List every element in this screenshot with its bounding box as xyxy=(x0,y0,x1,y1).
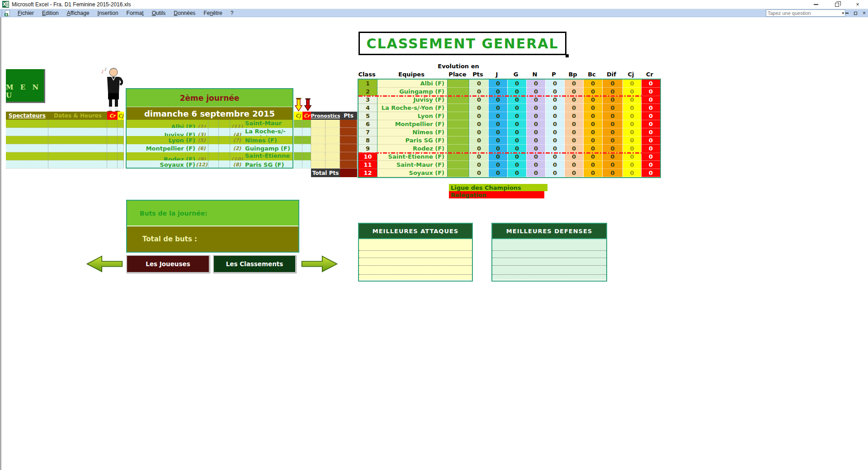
stat-cell-n[interactable]: 0 xyxy=(526,128,545,136)
empty-cell[interactable] xyxy=(107,144,118,152)
les-classements-button[interactable]: Les Classements xyxy=(213,255,296,273)
stat-cell-j[interactable]: 0 xyxy=(488,112,507,120)
stat-cell-cj[interactable]: 0 xyxy=(623,104,641,112)
team-cell[interactable]: Saint-Étienne (F) xyxy=(377,153,448,161)
away-team[interactable]: Paris SG (F) xyxy=(244,161,292,168)
stat-cell-bc[interactable]: 0 xyxy=(583,161,602,169)
stat-cell-pts[interactable]: 0 xyxy=(469,145,488,153)
stat-cell-bc[interactable]: 0 xyxy=(583,96,602,104)
evolution-cell[interactable] xyxy=(448,112,469,120)
header-cr-left[interactable]: Cr xyxy=(107,112,118,120)
score-cell-away[interactable] xyxy=(218,136,230,144)
stat-cell-bp[interactable]: 0 xyxy=(564,112,583,120)
home-team[interactable]: Montpellier (F) xyxy=(127,145,195,152)
score-cell-home[interactable] xyxy=(208,144,218,152)
empty-cell[interactable] xyxy=(107,152,118,160)
empty-cell[interactable] xyxy=(6,152,48,160)
stat-cell-dif[interactable]: 0 xyxy=(602,120,623,128)
stat-cell-cj[interactable]: 0 xyxy=(623,80,641,88)
stat-cell-cr[interactable]: 0 xyxy=(641,80,660,88)
rank-cell[interactable]: 8 xyxy=(359,136,377,145)
empty-cell[interactable] xyxy=(118,144,124,152)
stat-cell-p[interactable]: 0 xyxy=(545,169,564,177)
restore-button[interactable] xyxy=(826,0,847,9)
stat-cell-bc[interactable]: 0 xyxy=(583,120,602,128)
pronostic-cell[interactable] xyxy=(311,152,326,160)
stat-cell-cr[interactable]: 0 xyxy=(641,88,660,96)
empty-cell[interactable] xyxy=(107,120,118,128)
stat-cell-g[interactable]: 0 xyxy=(507,120,526,128)
stat-cell-bc[interactable]: 0 xyxy=(583,80,602,88)
pronostic-cell[interactable] xyxy=(311,120,326,128)
stat-cell-bc[interactable]: 0 xyxy=(583,153,602,161)
cr-cell[interactable] xyxy=(302,160,311,169)
rank-cell[interactable]: 9 xyxy=(359,145,377,153)
stat-cell-cr[interactable]: 0 xyxy=(641,120,660,128)
stat-cell-pts[interactable]: 0 xyxy=(469,128,488,136)
stat-cell-bp[interactable]: 0 xyxy=(564,136,583,145)
stat-cell-n[interactable]: 0 xyxy=(526,145,545,153)
rank-cell[interactable]: 7 xyxy=(359,128,377,136)
empty-cell[interactable] xyxy=(118,128,124,136)
stat-cell-cr[interactable]: 0 xyxy=(641,104,660,112)
header-pts[interactable]: Pts xyxy=(340,112,357,120)
stat-cell-j[interactable]: 0 xyxy=(488,120,507,128)
stat-cell-bp[interactable]: 0 xyxy=(564,104,583,112)
evolution-cell[interactable] xyxy=(448,128,469,136)
stat-cell-p[interactable]: 0 xyxy=(545,120,564,128)
team-cell[interactable]: Lyon (F) xyxy=(377,112,448,120)
stat-cell-p[interactable]: 0 xyxy=(545,161,564,169)
empty-cell[interactable] xyxy=(6,144,48,152)
team-cell[interactable]: Juvisy (F) xyxy=(377,96,448,104)
stat-cell-dif[interactable]: 0 xyxy=(602,169,623,177)
stat-cell-cj[interactable]: 0 xyxy=(623,153,641,161)
score-cell-away[interactable] xyxy=(218,160,230,169)
doc-close-button[interactable]: × xyxy=(861,10,867,16)
stat-cell-g[interactable]: 0 xyxy=(507,128,526,136)
cr-cell[interactable] xyxy=(302,120,311,128)
empty-cell[interactable] xyxy=(48,120,107,128)
stat-cell-n[interactable]: 0 xyxy=(526,120,545,128)
best-defenses-list[interactable] xyxy=(492,239,606,280)
stat-cell-n[interactable]: 0 xyxy=(526,136,545,145)
stat-cell-cr[interactable]: 0 xyxy=(641,136,660,145)
header-cj-right[interactable]: Cj xyxy=(294,112,302,120)
cj-cell[interactable] xyxy=(294,136,302,144)
stat-cell-p[interactable]: 0 xyxy=(545,145,564,153)
team-cell[interactable]: Montpellier (F) xyxy=(377,120,448,128)
stat-cell-n[interactable]: 0 xyxy=(526,169,545,177)
stat-cell-n[interactable]: 0 xyxy=(526,96,545,104)
stat-cell-n[interactable]: 0 xyxy=(526,112,545,120)
rank-cell[interactable]: 12 xyxy=(359,169,377,177)
empty-cell[interactable] xyxy=(48,152,107,160)
stat-cell-p[interactable]: 0 xyxy=(545,136,564,145)
stat-cell-pts[interactable]: 0 xyxy=(469,161,488,169)
home-team[interactable]: Lyon (F) xyxy=(127,137,195,144)
evolution-cell[interactable] xyxy=(448,104,469,112)
stat-cell-pts[interactable]: 0 xyxy=(469,136,488,145)
cj-cell[interactable] xyxy=(294,144,302,152)
pronostic-cell[interactable] xyxy=(311,136,326,144)
les-joueuses-button[interactable]: Les Joueuses xyxy=(126,255,210,273)
stat-cell-dif[interactable]: 0 xyxy=(602,112,623,120)
cr-cell[interactable] xyxy=(302,128,311,136)
empty-cell[interactable] xyxy=(118,152,124,160)
nav-arrow-right[interactable] xyxy=(301,255,338,273)
header-cj-left[interactable]: Cj xyxy=(118,112,124,120)
empty-cell[interactable] xyxy=(107,160,118,169)
menu-item-insertion[interactable]: Insertion xyxy=(94,9,123,17)
stat-cell-bp[interactable]: 0 xyxy=(564,128,583,136)
evolution-cell[interactable] xyxy=(448,153,469,161)
stat-cell-pts[interactable]: 0 xyxy=(469,169,488,177)
stat-cell-n[interactable]: 0 xyxy=(526,80,545,88)
pronostic-cell[interactable] xyxy=(326,144,340,152)
team-cell[interactable]: Guingamp (F) xyxy=(377,88,448,96)
evolution-cell[interactable] xyxy=(448,120,469,128)
menu-item-donnes[interactable]: Données xyxy=(170,9,199,17)
stat-cell-dif[interactable]: 0 xyxy=(602,145,623,153)
stat-cell-p[interactable]: 0 xyxy=(545,96,564,104)
away-team[interactable]: Guingamp (F) xyxy=(244,145,292,152)
stat-cell-bp[interactable]: 0 xyxy=(564,145,583,153)
rank-cell[interactable]: 11 xyxy=(359,161,377,169)
stat-cell-bp[interactable]: 0 xyxy=(564,169,583,177)
